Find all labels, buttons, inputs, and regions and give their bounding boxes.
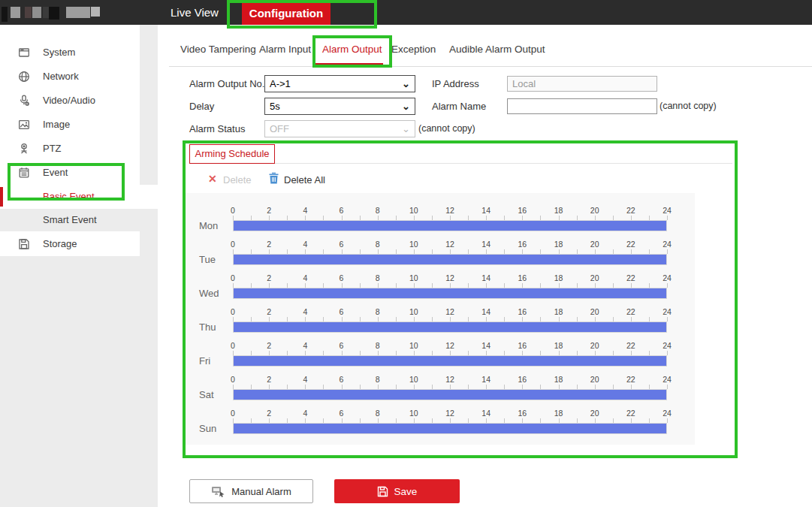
hour-label: 22	[626, 206, 635, 215]
sidebar-item-label: Video/Audio	[43, 89, 95, 113]
sidebar-item-image[interactable]: Image	[0, 113, 158, 137]
sidebar-item-ptz[interactable]: PTZ	[0, 137, 158, 161]
delay-label: Delay	[189, 98, 214, 115]
sidebar-item-system[interactable]: System	[0, 41, 158, 65]
delay-value: 5s	[270, 101, 280, 112]
hour-label: 6	[340, 307, 344, 316]
hour-label: 20	[590, 409, 599, 418]
schedule-track[interactable]	[233, 389, 667, 400]
tab-exception[interactable]: Exception	[391, 44, 436, 55]
sidebar-item-label: Network	[43, 65, 79, 89]
hour-labels: 024681012141618202224	[233, 375, 668, 384]
hour-label: 2	[267, 375, 271, 384]
sidebar-item-storage[interactable]: Storage	[0, 232, 158, 256]
schedule-track[interactable]	[233, 288, 667, 299]
alarm-status-note: (cannot copy)	[418, 121, 475, 137]
alarm-output-no-value: A->1	[270, 78, 291, 89]
hour-label: 0	[231, 409, 235, 418]
schedule-bar[interactable]	[234, 221, 666, 231]
hour-label: 12	[445, 206, 454, 215]
hour-label: 2	[267, 273, 271, 282]
sidebar-item-network[interactable]: Network	[0, 65, 158, 89]
arming-tab-baseline	[275, 163, 732, 164]
hour-label: 8	[376, 206, 380, 215]
hour-label: 18	[554, 206, 563, 215]
schedule-track[interactable]	[233, 321, 667, 333]
hour-label: 16	[518, 206, 527, 215]
schedule-bar[interactable]	[234, 356, 666, 366]
schedule-bar[interactable]	[234, 424, 666, 433]
nav-configuration[interactable]: Configuration	[242, 2, 331, 25]
day-label: Sat	[199, 389, 214, 400]
manual-alarm-label: Manual Alarm	[231, 486, 291, 497]
hour-label: 24	[663, 341, 672, 350]
hour-label: 0	[231, 307, 235, 316]
save-icon	[377, 486, 388, 497]
hour-label: 14	[481, 375, 491, 384]
schedule-track[interactable]	[233, 355, 667, 367]
alarm-status-select: OFF ⌄	[264, 120, 415, 137]
tab-alarm-output[interactable]: Alarm Output	[322, 44, 382, 55]
schedule-bar[interactable]	[234, 390, 666, 400]
hour-label: 8	[376, 409, 380, 418]
video-audio-icon	[18, 95, 30, 107]
sidebar-item-smart-event[interactable]: Smart Event	[0, 208, 158, 232]
hour-label: 16	[518, 341, 527, 350]
manual-alarm-button[interactable]: Manual Alarm	[189, 479, 313, 503]
chevron-down-icon: ⌄	[402, 77, 410, 91]
hour-label: 10	[409, 307, 418, 316]
hour-label: 18	[554, 409, 563, 418]
alarm-name-label: Alarm Name	[432, 98, 486, 115]
hour-label: 20	[590, 273, 599, 282]
day-label: Mon	[199, 220, 218, 231]
hour-label: 22	[626, 341, 635, 350]
nav-live-view[interactable]: Live View	[171, 0, 219, 25]
hour-label: 20	[590, 206, 599, 215]
schedule-bar[interactable]	[234, 288, 666, 298]
hour-label: 6	[340, 206, 344, 215]
schedule-bar[interactable]	[234, 255, 666, 264]
schedule-track[interactable]	[233, 254, 667, 265]
sidebar-item-basic-event[interactable]: Basic Event	[0, 185, 158, 209]
hour-label: 10	[409, 273, 418, 282]
tab-divider	[169, 66, 812, 67]
sidebar-footer-background	[0, 256, 158, 507]
sidebar-item-video-audio[interactable]: Video/Audio	[0, 89, 158, 113]
arming-schedule-grid: Mon024681012141618202224Tue0246810121416…	[186, 193, 695, 445]
hour-label: 24	[663, 307, 672, 316]
hour-label: 0	[231, 206, 235, 215]
tab-audible-alarm-output[interactable]: Audible Alarm Output	[449, 44, 545, 55]
hour-label: 0	[231, 341, 235, 350]
delay-select[interactable]: 5s ⌄	[264, 98, 415, 115]
hour-label: 20	[590, 341, 599, 350]
hour-label: 20	[590, 307, 599, 316]
hour-label: 2	[267, 341, 271, 350]
ptz-icon	[18, 143, 30, 155]
hour-label: 12	[445, 273, 454, 282]
schedule-row-sat: Sat024681012141618202224	[186, 375, 695, 409]
hour-labels: 024681012141618202224	[233, 206, 668, 215]
hour-label: 10	[409, 341, 418, 350]
alarm-status-value: OFF	[270, 123, 289, 134]
hour-label: 12	[445, 341, 454, 350]
tab-alarm-input[interactable]: Alarm Input	[259, 44, 311, 55]
schedule-track[interactable]	[233, 423, 667, 434]
hour-label: 14	[481, 206, 491, 215]
schedule-row-fri: Fri024681012141618202224	[186, 341, 695, 375]
hour-label: 8	[376, 341, 380, 350]
alarm-output-no-select[interactable]: A->1 ⌄	[264, 75, 415, 92]
save-button[interactable]: Save	[334, 479, 460, 503]
hour-label: 20	[590, 375, 599, 384]
delete-all-button[interactable]: Delete All	[284, 174, 325, 186]
day-label: Sun	[199, 423, 216, 434]
alarm-name-field[interactable]	[507, 98, 657, 114]
selected-item-indicator	[0, 187, 3, 207]
tab-video-tampering[interactable]: Video Tampering	[180, 44, 256, 55]
sidebar-item-event[interactable]: Event	[0, 161, 158, 185]
hour-label: 18	[554, 375, 563, 384]
schedule-bar[interactable]	[234, 322, 666, 332]
schedule-track[interactable]	[233, 220, 667, 231]
arming-schedule-tab[interactable]: Arming Schedule	[189, 144, 275, 164]
hour-label: 16	[518, 240, 527, 249]
sidebar-item-label: Image	[43, 113, 70, 137]
